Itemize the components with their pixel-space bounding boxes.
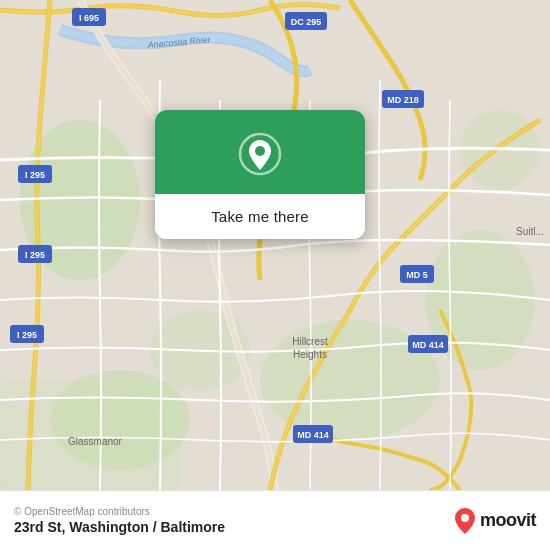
location-name: 23rd St, Washington / Baltimore bbox=[14, 519, 225, 535]
copyright-text: © OpenStreetMap contributors bbox=[14, 506, 225, 517]
svg-text:DC 295: DC 295 bbox=[291, 17, 322, 27]
svg-text:MD 414: MD 414 bbox=[297, 430, 329, 440]
svg-text:Suitl...: Suitl... bbox=[516, 226, 544, 237]
footer-left: © OpenStreetMap contributors 23rd St, Wa… bbox=[14, 506, 225, 535]
svg-point-35 bbox=[461, 514, 469, 522]
svg-text:Heights: Heights bbox=[293, 349, 327, 360]
svg-text:Glassmanor: Glassmanor bbox=[68, 436, 123, 447]
moovit-text: moovit bbox=[480, 510, 536, 531]
svg-text:MD 414: MD 414 bbox=[412, 340, 444, 350]
svg-point-34 bbox=[255, 146, 265, 156]
svg-text:MD 5: MD 5 bbox=[406, 270, 428, 280]
svg-text:MD 218: MD 218 bbox=[387, 95, 419, 105]
map-container: I 695 DC 295 I 295 I 295 I 295 MD 218 MD… bbox=[0, 0, 550, 490]
map-svg: I 695 DC 295 I 295 I 295 I 295 MD 218 MD… bbox=[0, 0, 550, 490]
location-pin-icon bbox=[238, 132, 282, 176]
take-me-there-button[interactable]: Take me there bbox=[155, 194, 365, 239]
footer-bar: © OpenStreetMap contributors 23rd St, Wa… bbox=[0, 490, 550, 550]
moovit-pin-icon bbox=[454, 507, 476, 535]
popup-green-section bbox=[155, 110, 365, 194]
moovit-logo: moovit bbox=[454, 507, 536, 535]
svg-text:I 295: I 295 bbox=[17, 330, 37, 340]
svg-text:I 295: I 295 bbox=[25, 250, 45, 260]
svg-text:Hillcrest: Hillcrest bbox=[292, 336, 328, 347]
popup-card: Take me there bbox=[155, 110, 365, 239]
svg-text:I 695: I 695 bbox=[79, 13, 99, 23]
svg-text:I 295: I 295 bbox=[25, 170, 45, 180]
